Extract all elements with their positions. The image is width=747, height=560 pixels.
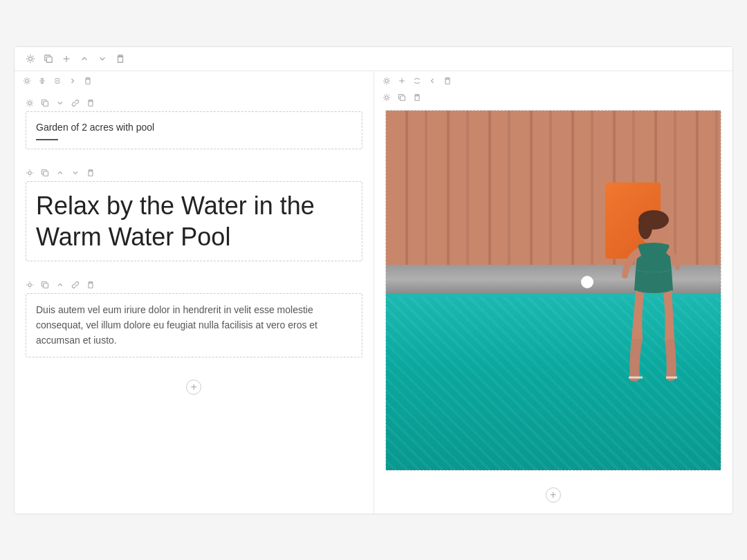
col-gear-icon[interactable] — [23, 77, 31, 85]
subtitle-underline — [36, 139, 58, 140]
block-subtitle-toolbar — [26, 96, 362, 111]
svg-point-0 — [28, 57, 32, 60]
svg-point-16 — [28, 283, 32, 286]
right-add-button[interactable]: + — [374, 476, 733, 514]
heading-arrow-up-icon[interactable] — [56, 169, 64, 177]
columns-layout: Garden of 2 acres with pool — [15, 71, 732, 514]
svg-rect-9 — [86, 79, 90, 84]
img-trash-icon[interactable] — [413, 93, 421, 102]
subtitle-text: Garden of 2 acres with pool — [36, 120, 352, 135]
left-column: Garden of 2 acres with pool — [15, 71, 374, 514]
svg-point-28 — [638, 214, 652, 239]
block-trash-icon[interactable] — [86, 99, 95, 107]
right-col-arrow-left-icon[interactable] — [428, 77, 436, 85]
heading-arrow-down-icon[interactable] — [71, 169, 80, 177]
img-gear-icon[interactable] — [382, 93, 391, 102]
body-link-icon[interactable] — [71, 281, 80, 289]
col-trash-icon[interactable] — [84, 77, 92, 85]
svg-rect-25 — [415, 95, 419, 100]
svg-rect-17 — [44, 283, 48, 288]
right-col-toolbar — [374, 71, 733, 91]
heading-copy-icon[interactable] — [41, 169, 49, 177]
subtitle-block[interactable]: Garden of 2 acres with pool — [26, 111, 362, 149]
img-copy-icon[interactable] — [398, 93, 406, 102]
gear-icon[interactable] — [26, 54, 35, 64]
body-block[interactable]: Duis autem vel eum iriure dolor in hendr… — [26, 293, 362, 357]
block-body-toolbar — [26, 278, 362, 293]
svg-point-13 — [28, 171, 32, 174]
block-heading-wrapper: Relax by the Water in the Warm Water Poo… — [15, 160, 374, 272]
svg-rect-1 — [46, 57, 52, 62]
plus-icon: + — [186, 380, 201, 395]
top-toolbar — [15, 47, 732, 71]
left-col-toolbar — [15, 71, 374, 91]
block-link-icon[interactable] — [71, 99, 80, 107]
person-svg — [597, 200, 694, 387]
block-body-wrapper: Duis autem vel eum iriure dolor in hendr… — [15, 272, 374, 368]
col-arrows-icon[interactable] — [53, 77, 62, 85]
trash-icon[interactable] — [116, 54, 125, 64]
right-plus-icon: + — [546, 487, 561, 503]
right-col-gear-icon[interactable] — [382, 77, 391, 85]
heading-block[interactable]: Relax by the Water in the Warm Water Poo… — [26, 181, 362, 261]
block-subtitle-wrapper: Garden of 2 acres with pool — [15, 91, 374, 160]
pool-image-block[interactable] — [385, 110, 722, 471]
arrow-up-icon[interactable] — [80, 54, 89, 64]
svg-point-23 — [385, 95, 388, 99]
svg-point-10 — [28, 101, 32, 104]
col-arrow-right-icon[interactable] — [68, 77, 77, 85]
svg-rect-12 — [89, 101, 93, 106]
body-copy-icon[interactable] — [41, 281, 49, 289]
svg-point-5 — [26, 79, 29, 82]
body-trash-icon[interactable] — [86, 281, 95, 289]
page-editor: Garden of 2 acres with pool — [14, 46, 733, 514]
svg-rect-24 — [400, 95, 405, 100]
arrow-down-icon[interactable] — [98, 54, 107, 64]
pool-image — [386, 111, 721, 470]
right-column: + — [374, 71, 733, 514]
svg-point-19 — [385, 79, 388, 82]
body-gear-icon[interactable] — [26, 281, 34, 289]
right-col-trash-icon[interactable] — [443, 77, 452, 85]
block-heading-toolbar — [26, 166, 362, 181]
right-col-move-icon[interactable] — [398, 77, 406, 85]
body-text: Duis autem vel eum iriure dolor in hendr… — [36, 302, 352, 348]
col-move-icon[interactable] — [38, 77, 46, 85]
left-add-button[interactable]: + — [15, 368, 374, 406]
heading-gear-icon[interactable] — [26, 169, 34, 177]
block-gear-icon[interactable] — [26, 99, 34, 107]
right-col-arrows-icon[interactable] — [413, 77, 421, 85]
block-chevron-icon[interactable] — [56, 99, 64, 107]
copy-icon[interactable] — [44, 54, 53, 64]
svg-rect-14 — [44, 171, 48, 176]
heading-trash-icon[interactable] — [86, 169, 95, 177]
svg-rect-22 — [445, 79, 450, 84]
svg-rect-15 — [89, 171, 93, 176]
add-icon[interactable] — [62, 54, 71, 64]
svg-rect-11 — [44, 101, 48, 106]
svg-rect-18 — [89, 283, 93, 288]
heading-text: Relax by the Water in the Warm Water Poo… — [36, 190, 352, 252]
right-image-toolbar — [374, 91, 733, 104]
white-cup — [581, 276, 593, 288]
body-arrow-up-icon[interactable] — [56, 281, 64, 289]
block-copy-icon[interactable] — [41, 99, 49, 107]
svg-rect-4 — [118, 57, 123, 62]
